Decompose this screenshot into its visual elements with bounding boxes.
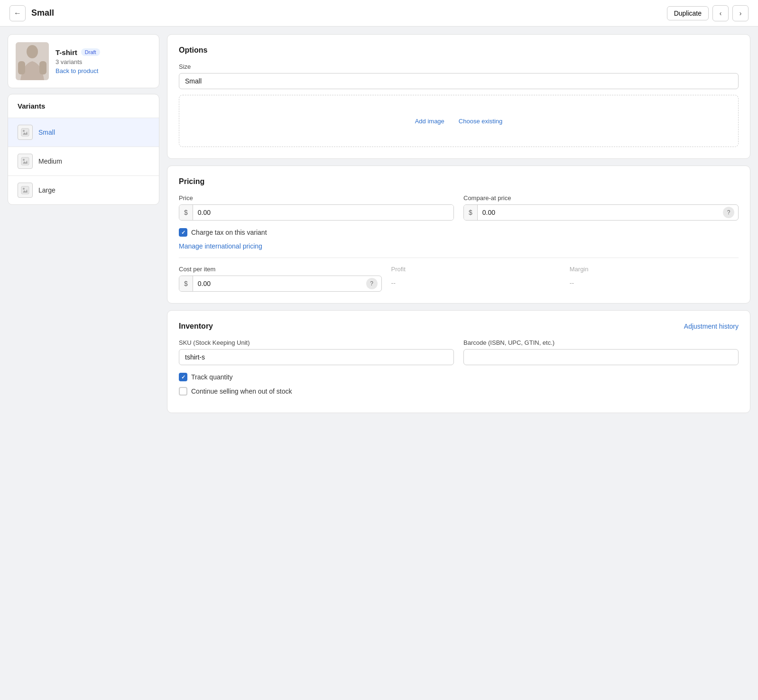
pricing-row: Price $ Compare-at price $ ? (179, 194, 739, 221)
main-layout: T-shirt Draft 3 variants Back to product… (0, 27, 758, 421)
checkmark-icon: ✓ (181, 230, 185, 236)
cost-row: Cost per item $ ? Profit -- Margin -- (179, 266, 739, 292)
charge-tax-row: ✓ Charge tax on this variant (179, 228, 739, 237)
compare-price-input[interactable] (478, 205, 723, 220)
variant-icon-medium (18, 154, 33, 169)
top-bar-right: Duplicate ‹ › (667, 5, 749, 21)
margin-value: -- (570, 276, 739, 291)
sku-input[interactable] (179, 349, 454, 365)
continue-selling-checkbox[interactable] (179, 387, 187, 396)
pricing-section: Pricing Price $ Compare-at price $ ? (167, 166, 750, 304)
variant-icon-large (18, 183, 33, 198)
add-image-button[interactable]: Add image (411, 116, 448, 127)
back-button[interactable]: ← (9, 5, 26, 21)
inventory-header: Inventory Adjustment history (179, 322, 739, 331)
variants-header: Variants (8, 94, 159, 118)
back-icon: ← (14, 9, 21, 18)
cost-label: Cost per item (179, 266, 382, 273)
choose-existing-button[interactable]: Choose existing (455, 116, 507, 127)
inventory-title: Inventory (179, 322, 213, 331)
compare-input-wrapper: $ ? (463, 204, 739, 221)
prev-button[interactable]: ‹ (712, 5, 729, 21)
left-sidebar: T-shirt Draft 3 variants Back to product… (8, 34, 159, 205)
price-input-wrapper: $ (179, 204, 454, 221)
variants-count: 3 variants (55, 58, 100, 65)
profit-value: -- (391, 276, 560, 291)
manage-pricing-link[interactable]: Manage international pricing (179, 242, 262, 250)
variant-name-large: Large (38, 186, 55, 194)
price-label: Price (179, 194, 454, 202)
svg-rect-8 (21, 186, 29, 194)
cost-help-icon[interactable]: ? (366, 278, 378, 289)
draft-badge: Draft (81, 48, 100, 56)
next-icon: › (740, 9, 742, 17)
variant-item-small[interactable]: Small (8, 118, 159, 147)
compare-help-icon[interactable]: ? (723, 207, 734, 218)
track-checkmark-icon: ✓ (181, 374, 185, 380)
size-input[interactable] (179, 73, 739, 89)
cost-field: Cost per item $ ? (179, 266, 382, 292)
svg-rect-6 (21, 157, 29, 165)
options-section: Options Size Add image Choose existing (167, 34, 750, 159)
sku-label: SKU (Stock Keeping Unit) (179, 339, 454, 346)
page-title: Small (31, 8, 54, 18)
compare-price-label: Compare-at price (463, 194, 739, 202)
track-quantity-row: ✓ Track quantity (179, 373, 739, 381)
charge-tax-label: Charge tax on this variant (191, 229, 267, 236)
price-prefix: $ (179, 205, 193, 220)
cost-input-wrapper: $ ? (179, 276, 382, 292)
variant-icon-small (18, 125, 33, 140)
right-content: Options Size Add image Choose existing P… (167, 34, 750, 413)
variant-name-small: Small (38, 129, 55, 136)
cost-prefix: $ (179, 276, 193, 291)
back-to-product-link[interactable]: Back to product (55, 67, 100, 74)
product-thumbnail (16, 42, 49, 80)
product-name: T-shirt (55, 48, 77, 56)
margin-field: Margin -- (570, 266, 739, 291)
compare-prefix: $ (464, 205, 478, 220)
svg-point-9 (23, 188, 25, 190)
top-bar-left: ← Small (9, 5, 54, 21)
continue-selling-label: Continue selling when out of stock (191, 387, 292, 395)
svg-point-5 (23, 130, 25, 132)
barcode-field: Barcode (ISBN, UPC, GTIN, etc.) (463, 339, 739, 365)
svg-point-7 (23, 159, 25, 161)
options-title: Options (179, 46, 739, 55)
track-quantity-label: Track quantity (191, 373, 232, 381)
product-name-row: T-shirt Draft (55, 48, 100, 56)
compare-price-field: Compare-at price $ ? (463, 194, 739, 221)
pricing-title: Pricing (179, 177, 739, 186)
variants-card: Variants Small (8, 94, 159, 205)
svg-rect-2 (18, 61, 25, 74)
svg-rect-4 (21, 129, 29, 136)
continue-selling-row: Continue selling when out of stock (179, 387, 739, 396)
product-info: T-shirt Draft 3 variants Back to product (55, 48, 100, 74)
size-label: Size (179, 63, 739, 70)
margin-label: Margin (570, 266, 739, 273)
barcode-input[interactable] (463, 349, 739, 365)
inventory-row: SKU (Stock Keeping Unit) Barcode (ISBN, … (179, 339, 739, 365)
sku-field: SKU (Stock Keeping Unit) (179, 339, 454, 365)
inventory-section: Inventory Adjustment history SKU (Stock … (167, 310, 750, 413)
next-button[interactable]: › (732, 5, 749, 21)
svg-rect-3 (39, 61, 46, 74)
adjustment-history-link[interactable]: Adjustment history (684, 322, 739, 330)
svg-point-1 (27, 45, 38, 58)
charge-tax-checkbox[interactable]: ✓ (179, 228, 187, 237)
prev-icon: ‹ (720, 9, 722, 17)
variant-item-medium[interactable]: Medium (8, 147, 159, 176)
duplicate-button[interactable]: Duplicate (667, 6, 709, 20)
top-bar: ← Small Duplicate ‹ › (0, 0, 758, 27)
barcode-label: Barcode (ISBN, UPC, GTIN, etc.) (463, 339, 739, 346)
image-dropzone[interactable]: Add image Choose existing (179, 95, 739, 147)
variant-item-large[interactable]: Large (8, 176, 159, 204)
profit-field: Profit -- (391, 266, 560, 291)
profit-label: Profit (391, 266, 560, 273)
variant-name-medium: Medium (38, 157, 62, 165)
price-field: Price $ (179, 194, 454, 221)
cost-input[interactable] (193, 276, 366, 291)
product-card: T-shirt Draft 3 variants Back to product (8, 34, 159, 88)
pricing-divider (179, 258, 739, 258)
track-quantity-checkbox[interactable]: ✓ (179, 373, 187, 381)
price-input[interactable] (193, 205, 453, 220)
